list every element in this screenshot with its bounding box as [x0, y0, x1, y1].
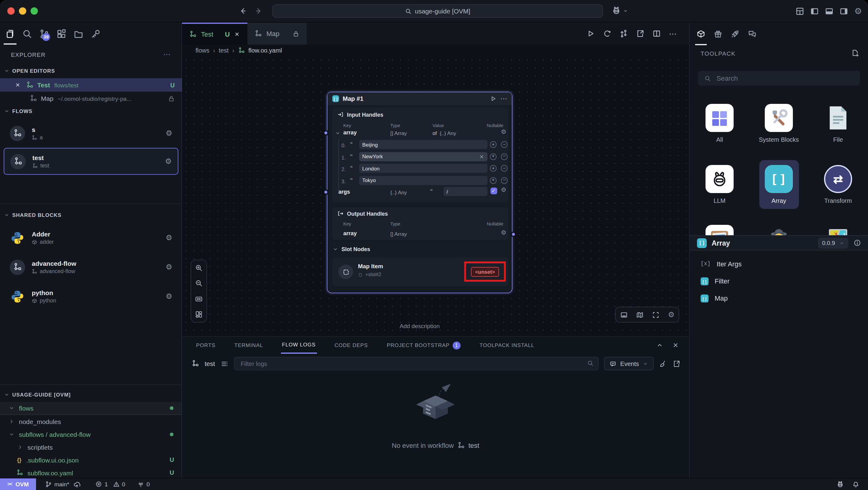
array-item-input-focused[interactable]: NewYork	[359, 152, 488, 161]
tile-image-icon[interactable]	[706, 225, 734, 235]
node-more-icon[interactable]: ⋯	[500, 95, 507, 103]
activity-folder-icon[interactable]	[73, 28, 84, 39]
tile-file-icon[interactable]	[824, 104, 852, 132]
tile-transform-icon[interactable]: ⇄	[824, 165, 852, 193]
panel-tab-project-bootstrap[interactable]: PROJECT BOOTSTRAP 1	[386, 337, 462, 354]
panel-tab-terminal[interactable]: TERMINAL	[233, 337, 264, 354]
notifications-bell-icon[interactable]	[852, 481, 860, 488]
breadcrumb-test[interactable]: test	[219, 47, 228, 54]
tree-item-flows[interactable]: flows	[0, 402, 182, 415]
info-icon[interactable]	[853, 239, 861, 247]
customize-layout-icon[interactable]	[796, 6, 805, 16]
run-flow-icon[interactable]	[586, 29, 595, 38]
minimap-icon[interactable]	[636, 311, 644, 318]
breadcrumb-flows[interactable]: flows	[195, 47, 210, 54]
history-forward-icon[interactable]	[255, 7, 263, 15]
flow-canvas[interactable]: [ ] Map #1 ⋯ Input Handles Key Type Valu…	[182, 56, 689, 336]
shared-block-adder[interactable]: Adder adder ⚙	[4, 224, 178, 251]
log-list-icon[interactable]	[220, 360, 228, 367]
node-header[interactable]: [ ] Map #1 ⋯	[328, 92, 512, 105]
toggle-left-sidebar-icon[interactable]	[810, 6, 819, 16]
close-window-button[interactable]	[7, 7, 15, 15]
array-item-input[interactable]: Tokyo	[359, 176, 488, 185]
settings-gear-icon[interactable]: ⚙	[854, 6, 862, 16]
filter-logs-input[interactable]	[234, 357, 599, 370]
minimize-window-button[interactable]	[19, 7, 26, 15]
events-dropdown[interactable]: Events	[604, 357, 654, 370]
add-description[interactable]: Add description	[327, 323, 513, 329]
node-run-icon[interactable]	[490, 95, 497, 102]
args-value-input[interactable]: /	[443, 187, 488, 196]
problems-indicator[interactable]: 1 0	[91, 479, 129, 490]
array-item-input[interactable]: Beijing	[359, 140, 488, 149]
flow-item-test[interactable]: test test ⚙	[4, 148, 178, 175]
fit-view-icon[interactable]	[652, 311, 660, 318]
string-type-icon[interactable]: “	[350, 177, 353, 183]
tile-label[interactable]: LLM	[691, 197, 748, 205]
activity-keys-icon[interactable]	[90, 28, 101, 39]
slot-node-card[interactable]: Map Item +slot#2 <unset>	[332, 257, 508, 286]
explorer-more-icon[interactable]: ⋯	[163, 50, 171, 59]
string-type-icon[interactable]: “	[430, 188, 433, 194]
string-type-icon[interactable]: “	[350, 153, 353, 159]
export-logs-icon[interactable]	[673, 360, 680, 367]
output-settings-icon[interactable]: ⚙	[501, 229, 506, 236]
block-iter-args[interactable]: [x] Iter Args	[690, 255, 868, 273]
panel-close-icon[interactable]	[672, 341, 679, 349]
string-type-icon[interactable]: “	[350, 141, 353, 147]
zoom-in-icon[interactable]	[195, 264, 203, 272]
mascot-menu-chevron-icon[interactable]	[623, 8, 628, 13]
panel-tab-code-deps[interactable]: CODE DEPS	[333, 337, 369, 354]
open-file-icon[interactable]	[636, 29, 645, 38]
map-node[interactable]: [ ] Map #1 ⋯ Input Handles Key Type Valu…	[327, 92, 513, 293]
shared-blocks-header[interactable]: SHARED BLOCKS	[4, 209, 61, 221]
git-branch[interactable]: main*	[41, 479, 85, 490]
block-map[interactable]: [ ] Map	[690, 289, 868, 307]
editor-more-icon[interactable]: ⋯	[669, 29, 677, 38]
shared-block-advanced-flow[interactable]: advanced-flow advanced-flow ⚙	[4, 253, 178, 280]
input-handle-array[interactable]	[323, 130, 329, 135]
activity-source-control-icon[interactable]: 39	[39, 28, 50, 39]
tree-item-subflow-json[interactable]: {} .subflow.ui.oo.json U	[0, 453, 182, 466]
tree-item-subflow-yaml[interactable]: subflow.oo.yaml U	[0, 466, 182, 479]
block-settings-icon[interactable]: ⚙	[165, 292, 172, 301]
tile-label[interactable]: All	[691, 135, 748, 144]
command-center-search[interactable]: usage-guide [OVM]	[273, 4, 603, 18]
tree-item-subflows[interactable]: subflows / advanced-flow	[0, 428, 182, 440]
tile-label[interactable]: Transform	[810, 197, 866, 205]
tile-array-icon[interactable]: [ ]	[765, 165, 793, 193]
mascot-status-icon[interactable]	[836, 480, 844, 488]
add-item-button[interactable]: +	[490, 141, 497, 148]
close-editor-icon[interactable]	[15, 82, 21, 88]
open-editor-map[interactable]: Map ~/.oomol-studio/registry-pa...	[0, 92, 182, 105]
clear-value-icon[interactable]	[479, 154, 485, 159]
string-type-icon[interactable]: “	[350, 165, 353, 171]
open-editor-test[interactable]: Test flows/test U	[0, 78, 182, 92]
version-dropdown[interactable]: 0.0.9	[818, 237, 848, 248]
add-item-button[interactable]: +	[490, 177, 497, 184]
output-handle-array[interactable]	[511, 231, 516, 237]
tile-label[interactable]: Array	[751, 197, 807, 205]
project-section-header[interactable]: USAGE-GUIDE [OVM]	[4, 389, 71, 401]
slot-unset-value[interactable]: <unset>	[471, 267, 499, 276]
zoom-out-icon[interactable]	[195, 279, 203, 287]
remove-item-button[interactable]: −	[501, 165, 507, 172]
remove-item-button[interactable]: −	[501, 141, 507, 148]
flow-settings-icon[interactable]: ⚙	[165, 129, 172, 137]
slot-collapse-icon[interactable]	[332, 246, 338, 252]
toggle-right-sidebar-icon[interactable]	[840, 6, 849, 16]
shared-block-python[interactable]: python python ⚙	[4, 283, 178, 310]
breadcrumb-file[interactable]: flow.oo.yaml	[248, 47, 282, 54]
panel-maximize-icon[interactable]	[656, 341, 663, 349]
toggle-bottom-panel-icon[interactable]	[825, 6, 834, 16]
add-item-button[interactable]: +	[490, 165, 497, 172]
tab-map[interactable]: Map	[247, 23, 306, 44]
rerun-icon[interactable]	[603, 29, 612, 38]
mascot-menu-icon[interactable]	[612, 5, 621, 15]
panel-tab-toolpack-install[interactable]: TOOLPACK INSTALL	[478, 337, 535, 354]
activity-search-icon[interactable]	[22, 28, 32, 39]
tile-all-icon[interactable]	[706, 104, 734, 132]
history-back-icon[interactable]	[238, 7, 247, 15]
nullable-checkbox[interactable]: ✓	[490, 187, 497, 194]
canvas-settings-icon[interactable]: ⚙	[668, 310, 675, 319]
